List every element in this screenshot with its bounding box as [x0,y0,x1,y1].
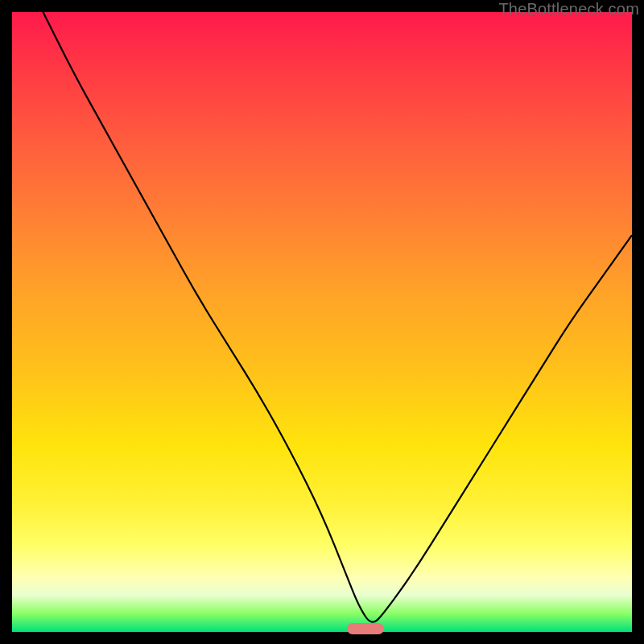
watermark-text: TheBottleneck.com [498,0,639,19]
chart-frame: TheBottleneck.com [0,0,644,644]
bottleneck-curve [12,12,632,632]
plot-area [12,12,632,632]
optimal-marker [347,623,384,634]
